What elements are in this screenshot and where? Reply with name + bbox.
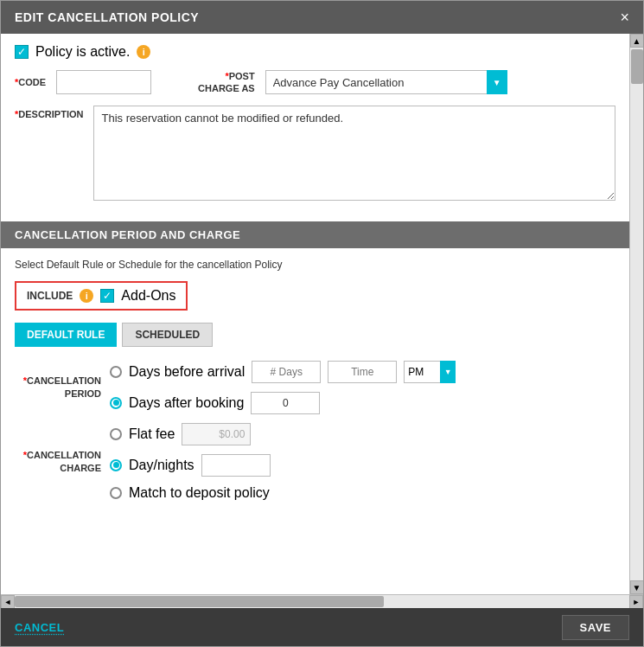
cancellation-period-label: *CANCELLATIONPERIOD bbox=[15, 375, 101, 400]
include-info-icon[interactable]: i bbox=[80, 289, 93, 303]
code-required-star: * bbox=[15, 77, 18, 87]
time-input[interactable] bbox=[328, 361, 397, 383]
dialog-header: EDIT CANCELLATION POLICY × bbox=[1, 1, 643, 34]
cancellation-period-row: *CANCELLATIONPERIOD Days before arrival … bbox=[15, 361, 615, 414]
dialog-body: ✓ Policy is active. i *CODE DEPCXL *POST… bbox=[1, 34, 629, 594]
flat-fee-radio[interactable] bbox=[110, 428, 122, 440]
cancellation-period-section-header: CANCELLATION PERIOD AND CHARGE bbox=[1, 221, 629, 248]
cancellation-charge-options: Flat fee Day/nights Match to depos bbox=[110, 423, 271, 501]
scroll-up-arrow-icon[interactable]: ▲ bbox=[630, 34, 644, 48]
days-before-arrival-label: Days before arrival bbox=[129, 364, 245, 380]
cancellation-period-options: Days before arrival PM AM ▼ bbox=[110, 361, 456, 414]
scrollbar-right[interactable]: ▲ ▼ bbox=[629, 34, 643, 594]
description-row: *DESCRIPTION This reservation cannot be … bbox=[15, 106, 615, 201]
horizontal-scroll-track bbox=[15, 595, 629, 608]
flat-fee-label: Flat fee bbox=[129, 426, 175, 442]
form-content: ✓ Policy is active. i *CODE DEPCXL *POST… bbox=[1, 34, 629, 221]
days-after-booking-radio[interactable] bbox=[110, 397, 122, 409]
daynight-row: Day/nights bbox=[110, 454, 271, 477]
rule-tabs: DEFAULT RULE SCHEDULED bbox=[15, 323, 615, 347]
scroll-thumb[interactable] bbox=[631, 49, 643, 84]
horizontal-scroll-thumb[interactable] bbox=[15, 596, 384, 607]
include-label: INCLUDE bbox=[27, 290, 73, 302]
pm-select-wrapper: PM AM ▼ bbox=[404, 361, 456, 383]
cancellation-charge-required-star: * bbox=[23, 450, 27, 460]
horizontal-scrollbar[interactable]: ◄ ► bbox=[1, 594, 643, 608]
scroll-down-arrow-icon[interactable]: ▼ bbox=[630, 580, 644, 594]
post-charge-select-wrapper: Advance Pay Cancellation ▼ bbox=[265, 70, 507, 94]
policy-active-label: Policy is active. bbox=[35, 44, 130, 60]
days-after-booking-input[interactable] bbox=[251, 392, 320, 414]
post-charge-required-star: * bbox=[225, 71, 228, 81]
cancellation-charge-row: *CANCELLATIONCHARGE Flat fee Day/nights bbox=[15, 423, 615, 501]
description-textarea[interactable]: This reservation cannot be modified or r… bbox=[93, 106, 615, 201]
post-charge-label: *POSTCHARGE AS bbox=[198, 70, 255, 95]
save-button[interactable]: SAVE bbox=[562, 615, 629, 640]
match-deposit-label: Match to deposit policy bbox=[129, 485, 270, 501]
daynight-input[interactable] bbox=[201, 454, 271, 477]
dialog-title: EDIT CANCELLATION POLICY bbox=[15, 10, 199, 24]
scroll-left-arrow-icon[interactable]: ◄ bbox=[1, 595, 15, 609]
daynight-radio[interactable] bbox=[110, 459, 122, 471]
flat-fee-row: Flat fee bbox=[110, 423, 271, 445]
cancellation-charge-label: *CANCELLATIONCHARGE bbox=[15, 449, 101, 474]
code-input[interactable]: DEPCXL bbox=[56, 70, 151, 94]
description-label: *DESCRIPTION bbox=[15, 106, 83, 119]
code-postcharge-row: *CODE DEPCXL *POSTCHARGE AS Advance Pay … bbox=[15, 70, 615, 95]
scroll-track bbox=[630, 48, 643, 580]
include-box: INCLUDE i ✓ Add-Ons bbox=[15, 281, 188, 311]
code-label: *CODE bbox=[15, 77, 46, 87]
dialog-body-wrapper: ✓ Policy is active. i *CODE DEPCXL *POST… bbox=[1, 34, 643, 594]
days-before-arrival-row: Days before arrival PM AM ▼ bbox=[110, 361, 456, 383]
scheduled-tab[interactable]: SCHEDULED bbox=[122, 323, 213, 347]
days-before-arrival-radio[interactable] bbox=[110, 366, 122, 378]
days-after-booking-label: Days after booking bbox=[129, 395, 244, 411]
cancellation-period-required-star: * bbox=[23, 375, 27, 386]
days-after-booking-row: Days after booking bbox=[110, 392, 456, 414]
addons-label: Add-Ons bbox=[121, 288, 175, 304]
policy-active-info-icon[interactable]: i bbox=[137, 45, 150, 59]
pm-select[interactable]: PM AM bbox=[404, 361, 456, 383]
cancel-button[interactable]: CANCEL bbox=[15, 621, 64, 634]
daynight-label: Day/nights bbox=[129, 458, 194, 473]
policy-active-checkbox[interactable]: ✓ bbox=[15, 45, 29, 59]
match-deposit-row: Match to deposit policy bbox=[110, 485, 271, 501]
policy-active-row: ✓ Policy is active. i bbox=[15, 44, 615, 60]
default-rule-tab[interactable]: DEFAULT RULE bbox=[15, 323, 117, 347]
period-section: Select Default Rule or Schedule for the … bbox=[1, 248, 629, 520]
dialog: EDIT CANCELLATION POLICY × ✓ Policy is a… bbox=[0, 0, 644, 647]
post-charge-select[interactable]: Advance Pay Cancellation bbox=[265, 70, 507, 94]
description-required-star: * bbox=[15, 109, 18, 119]
close-button[interactable]: × bbox=[620, 10, 629, 25]
days-input[interactable] bbox=[252, 361, 321, 383]
select-hint: Select Default Rule or Schedule for the … bbox=[15, 259, 615, 271]
match-deposit-radio[interactable] bbox=[110, 487, 122, 499]
flat-fee-input[interactable] bbox=[182, 423, 251, 445]
scroll-right-arrow-icon[interactable]: ► bbox=[629, 595, 643, 609]
dialog-footer: CANCEL SAVE bbox=[1, 608, 643, 646]
addons-checkbox[interactable]: ✓ bbox=[100, 289, 114, 303]
